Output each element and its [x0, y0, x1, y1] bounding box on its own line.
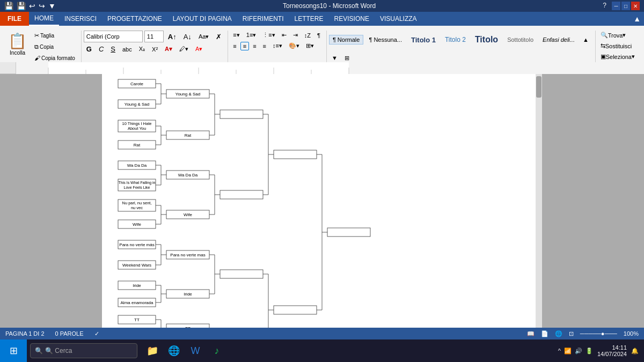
superscript-button[interactable]: X² — [149, 45, 160, 54]
svg-text:Young & Sad: Young & Sad — [125, 102, 149, 107]
change-case-button[interactable]: Aa▾ — [196, 32, 211, 41]
svg-rect-25 — [118, 200, 156, 211]
svg-rect-30 — [118, 240, 156, 249]
sostituisci-button[interactable]: ⇆ Sostituisci — [598, 41, 638, 50]
show-marks-button[interactable]: ¶ — [314, 31, 323, 40]
seleziona-button[interactable]: ▣ Seleziona ▾ — [598, 52, 638, 61]
notifications-icon[interactable]: 🔔 — [631, 348, 639, 354]
inserisci-menu[interactable]: INSERISCI — [59, 12, 102, 26]
line-spacing-button[interactable]: ↕≡▾ — [270, 41, 285, 50]
word-taskbar-icon[interactable]: W — [186, 339, 205, 362]
numbering-button[interactable]: 1≡▾ — [244, 31, 259, 40]
copia-formato-button[interactable]: 🖌 Copia formato — [32, 54, 78, 62]
scroll-thumb[interactable] — [536, 76, 541, 98]
taskbar-pinned: 📁 🌐 W ♪ — [143, 339, 226, 362]
ribbon-toggle[interactable]: ▲ — [633, 14, 644, 23]
tray-chevron[interactable]: ^ — [558, 348, 561, 354]
styles-scroll-down[interactable]: ▼ — [329, 54, 340, 62]
style-titolo1[interactable]: Titolo 1 — [407, 34, 440, 46]
window-controls: ? ─ □ ✕ — [603, 2, 640, 10]
svg-rect-36 — [118, 298, 156, 307]
print-layout-icon[interactable]: 📄 — [541, 330, 548, 337]
style-enfasi[interactable]: Enfasi deli... — [539, 35, 579, 45]
styles-more[interactable]: ⊞ — [342, 54, 352, 63]
justify-button[interactable]: ≡ — [260, 42, 269, 50]
chrome-icon[interactable]: 🌐 — [164, 339, 184, 362]
styles-scroll-up[interactable]: ▲ — [580, 35, 591, 44]
file-explorer-icon[interactable]: 📁 — [143, 339, 162, 362]
close-button[interactable]: ✕ — [631, 2, 640, 10]
document-page: Carote Young & Sad 10 Things I Hate Abou… — [102, 74, 542, 328]
minimize-button[interactable]: ─ — [612, 2, 620, 10]
font-grow-button[interactable]: A↑ — [165, 32, 179, 42]
focus-mode-icon[interactable]: ⊡ — [569, 330, 574, 337]
decrease-indent-button[interactable]: ⇤ — [279, 31, 289, 40]
bold-button[interactable]: G — [84, 44, 94, 54]
revisione-menu[interactable]: REVISIONE — [329, 12, 375, 26]
riferimenti-menu[interactable]: RIFERIMENTI — [237, 12, 289, 26]
style-titolo2[interactable]: Titolo 2 — [441, 34, 470, 45]
svg-text:Wa Da Da: Wa Da Da — [127, 163, 147, 168]
layout-menu[interactable]: LAYOUT DI PAGINA — [167, 12, 237, 26]
lettere-menu[interactable]: LETTERE — [289, 12, 329, 26]
align-center-button[interactable]: ≡ — [240, 42, 249, 50]
statusbar: PAGINA 1 DI 2 0 PAROLE ✓ 📖 📄 🌐 ⊡ ─────●─… — [0, 328, 644, 339]
help-icon[interactable]: ? — [603, 2, 606, 10]
svg-rect-20 — [118, 161, 156, 169]
progettazione-menu[interactable]: PROGETTAZIONE — [102, 12, 167, 26]
svg-text:Young & Sad: Young & Sad — [175, 92, 200, 97]
text-color-button[interactable]: A▾ — [193, 45, 205, 54]
sort-button[interactable]: ↕Z — [302, 31, 313, 40]
search-bar[interactable]: 🔍 🔍 Cerca — [30, 343, 137, 358]
save-icon[interactable]: 💾 — [17, 2, 26, 10]
style-normal[interactable]: ¶ Normale — [329, 35, 364, 45]
svg-text:Wife: Wife — [133, 222, 142, 227]
clear-format-button[interactable]: ✗ — [213, 32, 224, 42]
search-label: 🔍 Cerca — [45, 347, 72, 354]
file-menu[interactable]: FILE — [0, 12, 29, 26]
font-name-input[interactable]: Calibri (Corp — [84, 31, 143, 42]
svg-text:Rat: Rat — [134, 143, 141, 147]
font-shrink-button[interactable]: A↓ — [181, 32, 194, 42]
copia-button[interactable]: ⧉ Copia — [32, 42, 78, 51]
scrollbar[interactable] — [536, 74, 542, 328]
font-size-input[interactable]: 11 — [144, 31, 164, 42]
style-sottotitolo[interactable]: Sottotitolo — [503, 35, 537, 45]
underline-button[interactable]: S — [108, 44, 118, 54]
subscript-button[interactable]: X₂ — [136, 45, 148, 54]
multilevel-button[interactable]: ⋮≡▾ — [260, 31, 277, 40]
trova-button[interactable]: 🔍 Trova ▾ — [598, 31, 638, 40]
network-icon[interactable]: 📶 — [564, 348, 572, 354]
shading-button[interactable]: 🎨▾ — [286, 41, 302, 50]
visualizza-menu[interactable]: VISUALIZZA — [375, 12, 422, 26]
redo-icon[interactable]: ↪ — [39, 2, 45, 10]
undo-icon[interactable]: ↩ — [29, 2, 35, 10]
font-color-button[interactable]: A▾ — [162, 45, 175, 54]
web-layout-icon[interactable]: 🌐 — [555, 330, 562, 337]
borders-button[interactable]: ⊞▾ — [303, 41, 317, 50]
start-button[interactable]: ⊞ — [0, 339, 27, 362]
taglia-button[interactable]: ✂ Taglia — [32, 31, 78, 40]
increase-indent-button[interactable]: ⇥ — [290, 31, 301, 40]
strikethrough-button[interactable]: abc — [120, 45, 135, 54]
svg-rect-38 — [118, 315, 156, 324]
zoom-slider[interactable]: ─────●─── — [580, 330, 617, 337]
align-right-button[interactable]: ≡ — [250, 42, 259, 50]
volume-icon[interactable]: 🔊 — [575, 348, 582, 354]
battery-icon[interactable]: 🔋 — [586, 348, 593, 354]
read-mode-icon[interactable]: 📖 — [527, 330, 535, 337]
align-left-button[interactable]: ≡ — [230, 42, 239, 50]
customize-icon[interactable]: ▼ — [48, 2, 56, 10]
incolla-button[interactable]: 📋 Incolla — [5, 31, 30, 57]
restore-button[interactable]: □ — [621, 2, 630, 10]
clock[interactable]: 14:11 14/07/2024 — [597, 344, 627, 357]
spotify-icon[interactable]: ♪ — [207, 339, 226, 362]
italic-button[interactable]: C — [96, 44, 106, 54]
bullets-button[interactable]: ≡▾ — [230, 31, 242, 40]
style-titolo[interactable]: Titolo — [471, 33, 502, 46]
svg-rect-11 — [118, 79, 156, 88]
style-nessuna[interactable]: ¶ Nessuna... — [365, 35, 406, 45]
home-menu[interactable]: HOME — [29, 12, 59, 26]
highlight-button[interactable]: 🖊▾ — [177, 45, 191, 54]
svg-rect-32 — [118, 261, 156, 269]
